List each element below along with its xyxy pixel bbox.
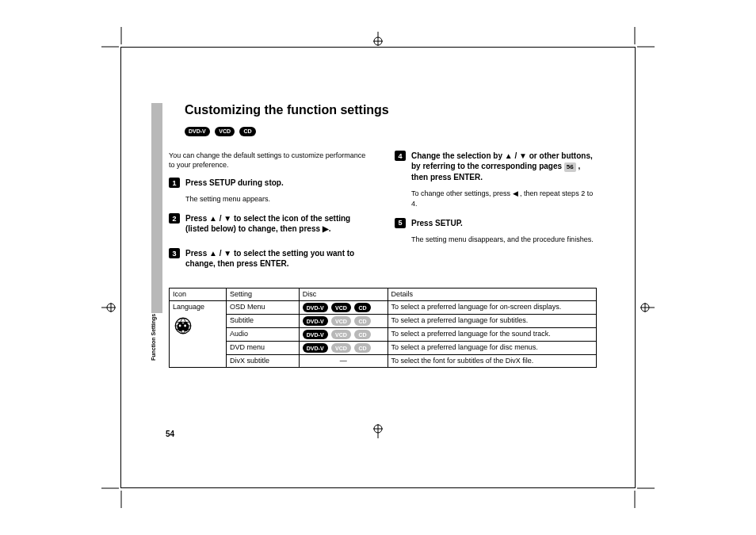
disc-cell: —	[299, 355, 388, 368]
details-cell: To select the font for subtitles of the …	[388, 355, 596, 368]
th-disc: Disc	[299, 289, 388, 301]
badge-cd: CD	[354, 303, 370, 312]
step-4: 4 Change the selection by ▲ / ▼ or other…	[395, 151, 597, 182]
section-label: Function Settings	[151, 314, 162, 409]
step-text: Press ▲ / ▼ to select the icon of the se…	[185, 213, 371, 234]
badge-cd: CD	[239, 127, 255, 136]
step-text: Press ▲ / ▼ to select the setting you wa…	[185, 248, 371, 269]
registration-mark-left	[101, 301, 116, 317]
arrow-left-icon: ◀	[513, 189, 518, 197]
setting-cell: Subtitle	[226, 315, 299, 328]
intro-text: You can change the default settings to c…	[169, 151, 367, 170]
settings-table: Icon Setting Disc Details Language OSD M…	[169, 288, 597, 368]
badge-vcd: VCD	[331, 303, 351, 312]
step-subtext: The setting menu disappears, and the pro…	[411, 235, 597, 244]
badge-vcd-disabled: VCD	[331, 343, 351, 353]
badge-cd-disabled: CD	[354, 316, 370, 326]
page-number: 54	[166, 430, 174, 438]
table-row: Language OSD Menu DVD-V VCD CD To select…	[170, 301, 597, 315]
left-column: You can change the default settings to c…	[169, 151, 371, 275]
svg-point-22	[182, 323, 189, 332]
table-header-row: Icon Setting Disc Details	[170, 289, 597, 301]
arrow-up-icon: ▲	[209, 214, 217, 223]
page-content: Customizing the function settings DVD-V …	[169, 103, 599, 432]
details-cell: To select a preferred language for on-sc…	[388, 301, 596, 315]
disc-cell: DVD-V VCD CD	[299, 342, 388, 355]
badge-dvd-v: DVD-V	[303, 343, 328, 353]
step-number-icon: 2	[169, 213, 180, 224]
setting-cell: OSD Menu	[226, 301, 299, 315]
badge-cd-disabled: CD	[354, 330, 370, 339]
step-1: 1 Press SETUP during stop.	[169, 178, 371, 188]
step-text: Press SETUP.	[411, 218, 463, 228]
th-icon: Icon	[170, 289, 227, 301]
details-cell: To select a preferred language for disc …	[388, 342, 596, 355]
setting-cell: DivX subtitle	[226, 355, 299, 368]
badge-vcd-disabled: VCD	[331, 316, 351, 326]
svg-point-24	[184, 325, 186, 327]
svg-point-23	[179, 325, 181, 327]
table-row: Audio DVD-V VCD CD To select a preferred…	[170, 328, 597, 342]
arrow-down-icon: ▼	[519, 151, 527, 160]
arrow-right-icon: ▶	[323, 224, 329, 233]
right-column: 4 Change the selection by ▲ / ▼ or other…	[395, 151, 597, 275]
step-text: Change the selection by ▲ / ▼ or other b…	[411, 151, 597, 182]
table-row: DivX subtitle — To select the font for s…	[170, 355, 597, 368]
badge-dvd-v: DVD-V	[303, 330, 328, 339]
page-reference: 56	[564, 162, 576, 172]
th-details: Details	[388, 289, 596, 301]
setting-cell: DVD menu	[226, 342, 299, 355]
th-setting: Setting	[226, 289, 299, 301]
step-3: 3 Press ▲ / ▼ to select the setting you …	[169, 248, 371, 269]
badge-vcd: VCD	[215, 127, 235, 136]
arrow-down-icon: ▼	[223, 214, 231, 223]
step-number-icon: 5	[395, 218, 406, 228]
language-globe-icon	[173, 315, 193, 336]
badge-dvd-v: DVD-V	[303, 316, 328, 326]
table-row: Subtitle DVD-V VCD CD To select a prefer…	[170, 315, 597, 328]
table-row: DVD menu DVD-V VCD CD To select a prefer…	[170, 342, 597, 355]
icon-cell: Language	[170, 301, 227, 368]
disc-cell: DVD-V VCD CD	[299, 328, 388, 342]
disc-cell: DVD-V VCD CD	[299, 315, 388, 328]
step-text: Press SETUP during stop.	[185, 178, 284, 188]
step-number-icon: 3	[169, 248, 180, 258]
step-2: 2 Press ▲ / ▼ to select the icon of the …	[169, 213, 371, 234]
details-cell: To select a preferred language for the s…	[388, 328, 596, 342]
step-number-icon: 4	[395, 151, 406, 161]
badge-vcd-disabled: VCD	[331, 330, 351, 339]
step-subtext: The setting menu appears.	[185, 194, 371, 204]
registration-mark-right	[640, 301, 655, 317]
disc-cell: DVD-V VCD CD	[299, 301, 388, 315]
step-number-icon: 1	[169, 178, 180, 188]
disc-badges: DVD-V VCD CD	[185, 122, 599, 136]
arrow-up-icon: ▲	[505, 151, 513, 160]
badge-cd-disabled: CD	[354, 343, 370, 353]
step-5: 5 Press SETUP.	[395, 218, 597, 228]
details-cell: To select a preferred language for subti…	[388, 315, 596, 328]
badge-dvd-v: DVD-V	[185, 127, 210, 136]
badge-dvd-v: DVD-V	[303, 303, 328, 312]
page-title: Customizing the function settings	[185, 103, 599, 117]
section-indicator-bar	[151, 103, 162, 313]
setting-cell: Audio	[226, 328, 299, 342]
arrow-up-icon: ▲	[209, 249, 217, 258]
step-subtext: To change other settings, press ◀ , then…	[411, 189, 597, 208]
arrow-down-icon: ▼	[223, 249, 231, 258]
